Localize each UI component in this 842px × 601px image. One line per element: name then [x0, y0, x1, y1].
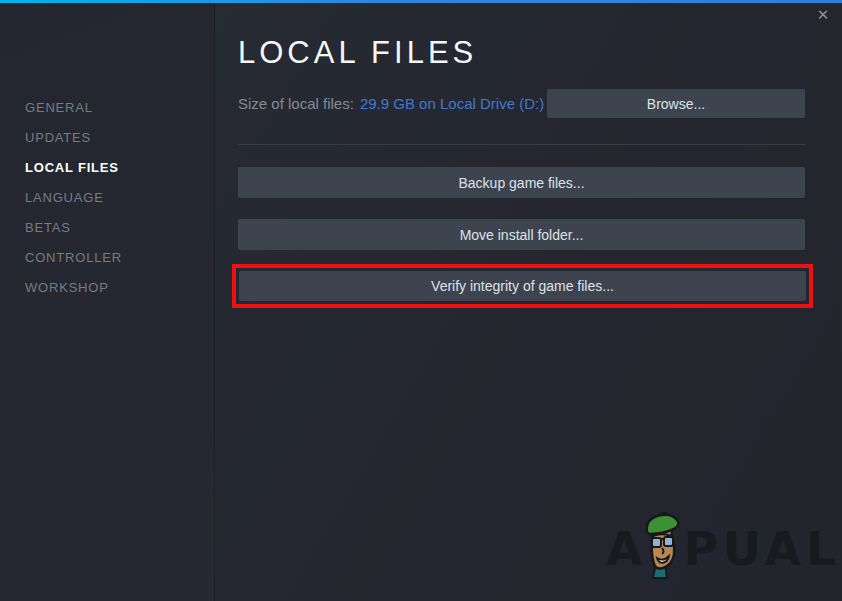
close-icon[interactable]: ✕ — [812, 4, 834, 24]
sidebar-item-betas[interactable]: BETAS — [0, 213, 214, 243]
sidebar-item-workshop[interactable]: WORKSHOP — [0, 273, 214, 303]
page-title: LOCAL FILES — [238, 35, 805, 71]
sidebar-item-local-files[interactable]: LOCAL FILES — [0, 153, 214, 183]
sidebar-item-general[interactable]: GENERAL — [0, 93, 214, 123]
backup-game-files-button[interactable]: Backup game files... — [238, 167, 805, 198]
browse-button[interactable]: Browse... — [547, 89, 805, 118]
size-of-local-files-label: Size of local files: — [238, 95, 354, 112]
sidebar-item-language[interactable]: LANGUAGE — [0, 183, 214, 213]
properties-dialog: ✕ GENERAL UPDATES LOCAL FILES LANGUAGE B… — [0, 0, 842, 601]
annotation-highlight-box: Verify integrity of game files... — [232, 264, 813, 308]
local-files-panel: LOCAL FILES Size of local files: 29.9 GB… — [215, 3, 842, 601]
verify-integrity-button[interactable]: Verify integrity of game files... — [239, 271, 806, 301]
settings-sidebar: GENERAL UPDATES LOCAL FILES LANGUAGE BET… — [0, 3, 215, 601]
sidebar-item-controller[interactable]: CONTROLLER — [0, 243, 214, 273]
sidebar-item-updates[interactable]: UPDATES — [0, 123, 214, 153]
local-files-size-row: Size of local files: 29.9 GB on Local Dr… — [238, 89, 805, 118]
section-divider — [238, 144, 805, 145]
move-install-folder-button[interactable]: Move install folder... — [238, 219, 805, 250]
local-drive-link[interactable]: 29.9 GB on Local Drive (D:) — [360, 95, 544, 112]
window-accent-stripe — [0, 0, 842, 3]
